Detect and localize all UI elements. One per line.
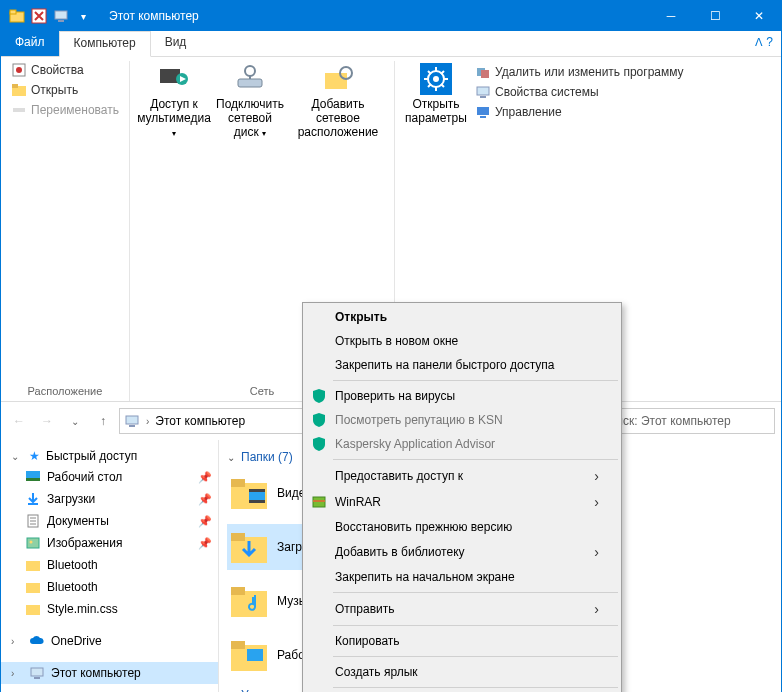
minimize-button[interactable]: ─ <box>649 1 693 31</box>
svg-rect-52 <box>231 587 245 595</box>
tab-view[interactable]: Вид <box>151 31 201 56</box>
svg-rect-56 <box>231 641 245 649</box>
cm-scan-virus[interactable]: Проверить на вирусы <box>305 384 619 408</box>
svg-rect-29 <box>28 503 38 505</box>
nav-up-button[interactable]: ↑ <box>91 409 115 433</box>
cm-ksn-reputation[interactable]: Посмотреть репутацию в KSN <box>305 408 619 432</box>
svg-rect-26 <box>129 425 135 427</box>
shield-icon <box>311 436 327 452</box>
cm-winrar[interactable]: WinRAR› <box>305 489 619 515</box>
svg-rect-12 <box>238 79 262 87</box>
nav-quick-access[interactable]: ⌄★Быстрый доступ <box>1 446 218 466</box>
svg-rect-14 <box>325 73 347 89</box>
qat-dropdown-icon[interactable]: ▾ <box>75 8 91 24</box>
nav-recent-dropdown[interactable]: ⌄ <box>63 409 87 433</box>
cm-pin-quick-access[interactable]: Закрепить на панели быстрого доступа <box>305 353 619 377</box>
titlebar: ▾ Этот компьютер ─ ☐ ✕ <box>1 1 781 31</box>
svg-rect-8 <box>12 84 18 88</box>
nav-downloads[interactable]: Загрузки📌 <box>1 488 218 510</box>
nav-pictures[interactable]: Изображения📌 <box>1 532 218 554</box>
svg-point-6 <box>16 67 22 73</box>
svg-rect-62 <box>313 500 325 502</box>
monitor-icon <box>124 413 140 429</box>
window-title: Этот компьютер <box>99 9 649 23</box>
ribbon-properties-button[interactable]: Свойства <box>7 61 123 79</box>
pin-icon: 📌 <box>198 471 212 484</box>
cm-send-to[interactable]: Отправить› <box>305 596 619 622</box>
svg-rect-34 <box>26 583 40 593</box>
nav-documents[interactable]: Документы📌 <box>1 510 218 532</box>
nav-forward-button: → <box>35 409 59 433</box>
cm-copy[interactable]: Копировать <box>305 629 619 653</box>
svg-rect-37 <box>34 677 40 679</box>
close-button[interactable]: ✕ <box>737 1 781 31</box>
ribbon-collapse-button[interactable]: ᐱ ? <box>747 31 781 56</box>
shield-icon <box>311 412 327 428</box>
nav-thispc[interactable]: ›Этот компьютер <box>1 662 218 684</box>
nav-onedrive[interactable]: ›OneDrive <box>1 630 218 652</box>
pin-icon: 📌 <box>198 537 212 550</box>
svg-point-32 <box>30 541 33 544</box>
svg-rect-40 <box>231 479 245 487</box>
svg-rect-21 <box>477 87 489 95</box>
svg-rect-28 <box>26 478 40 481</box>
cm-restore-version[interactable]: Восстановить прежнюю версию <box>305 515 619 539</box>
svg-rect-1 <box>10 10 16 14</box>
shield-icon <box>311 388 327 404</box>
svg-rect-9 <box>13 108 25 112</box>
cm-share-access[interactable]: Предоставить доступ к› <box>305 463 619 489</box>
svg-rect-36 <box>31 668 43 676</box>
star-icon: ★ <box>29 449 40 463</box>
svg-rect-20 <box>481 70 489 78</box>
ribbon-uninstall-button[interactable]: Удалить или изменить программу <box>471 63 688 81</box>
nav-back-button: ← <box>7 409 31 433</box>
tab-file[interactable]: Файл <box>1 31 59 56</box>
ribbon-media-access-button[interactable]: Доступ к мультимедиа ▾ <box>136 61 212 139</box>
cm-pin-start[interactable]: Закрепить на начальном экране <box>305 565 619 589</box>
nav-bluetooth-2[interactable]: Bluetooth <box>1 576 218 598</box>
svg-rect-22 <box>480 96 486 98</box>
svg-rect-43 <box>249 500 265 503</box>
ribbon-open-button[interactable]: Открыть <box>7 81 123 99</box>
pin-icon: 📌 <box>198 493 212 506</box>
cm-create-shortcut[interactable]: Создать ярлык <box>305 660 619 684</box>
ribbon-sysprops-button[interactable]: Свойства системы <box>471 83 688 101</box>
svg-rect-33 <box>26 561 40 571</box>
breadcrumb-segment[interactable]: Этот компьютер <box>155 414 245 428</box>
ribbon-open-settings-button[interactable]: Открыть параметры <box>401 61 471 125</box>
ribbon-map-drive-button[interactable]: Подключить сетевой диск ▾ <box>212 61 288 139</box>
ribbon-group-network: Сеть <box>250 381 274 401</box>
cm-separator <box>333 625 618 626</box>
qat-thispc-icon[interactable] <box>53 8 69 24</box>
cm-kaspersky-advisor[interactable]: Kaspersky Application Advisor <box>305 432 619 456</box>
cm-open[interactable]: Открыть <box>305 305 619 329</box>
chevron-right-icon: › <box>594 468 599 484</box>
svg-rect-48 <box>231 533 245 541</box>
svg-rect-42 <box>249 489 265 492</box>
cm-separator <box>333 459 618 460</box>
cm-separator <box>333 687 618 688</box>
ribbon-group-location: Расположение <box>28 381 103 401</box>
svg-rect-25 <box>126 416 138 424</box>
svg-rect-31 <box>27 538 39 548</box>
cm-add-library[interactable]: Добавить в библиотеку› <box>305 539 619 565</box>
nav-desktop[interactable]: Рабочий стол📌 <box>1 466 218 488</box>
maximize-button[interactable]: ☐ <box>693 1 737 31</box>
ribbon-manage-button[interactable]: Управление <box>471 103 688 121</box>
nav-bluetooth-1[interactable]: Bluetooth <box>1 554 218 576</box>
qat-folder-icon[interactable] <box>9 8 25 24</box>
cm-open-new-window[interactable]: Открыть в новом окне <box>305 329 619 353</box>
cm-separator <box>333 656 618 657</box>
cm-separator <box>333 380 618 381</box>
svg-rect-23 <box>477 107 489 115</box>
ribbon-add-location-button[interactable]: Добавить сетевое расположение <box>288 61 388 139</box>
svg-rect-24 <box>480 116 486 118</box>
pin-icon: 📌 <box>198 515 212 528</box>
nav-stylecss[interactable]: Style.min.css <box>1 598 218 620</box>
winrar-icon <box>311 494 327 510</box>
chevron-right-icon: › <box>594 601 599 617</box>
tab-computer[interactable]: Компьютер <box>59 31 151 57</box>
svg-point-13 <box>245 66 255 76</box>
qat-properties-icon[interactable] <box>31 8 47 24</box>
chevron-right-icon: › <box>594 544 599 560</box>
